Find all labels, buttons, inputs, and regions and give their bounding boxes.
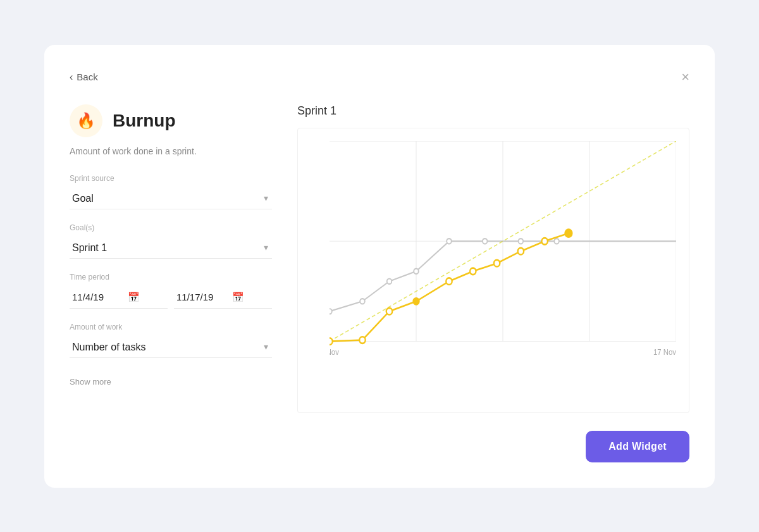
- burnup-chart: 0 10 20: [330, 141, 676, 381]
- svg-point-14: [447, 238, 452, 244]
- widget-title: Burnup: [113, 111, 176, 131]
- widget-title-row: 🔥 Burnup: [70, 104, 272, 137]
- date-range: 📅 📅: [70, 287, 272, 309]
- svg-point-10: [330, 308, 332, 313]
- goals-select-wrapper: Sprint 1 Sprint 2 Sprint 3 ▾: [70, 237, 272, 259]
- svg-point-27: [541, 238, 547, 245]
- sprint-source-select-wrapper: Goal Sprint Tag ▾: [70, 188, 272, 209]
- show-more-button[interactable]: Show more: [70, 377, 111, 387]
- sprint-source-group: Sprint source Goal Sprint Tag ▾: [70, 174, 272, 209]
- modal-header: ‹ Back ×: [70, 70, 689, 84]
- svg-point-11: [360, 299, 365, 304]
- modal-body: 🔥 Burnup Amount of work done in a sprint…: [70, 104, 689, 413]
- back-chevron-icon: ‹: [70, 71, 73, 83]
- back-button[interactable]: ‹ Back: [70, 71, 98, 83]
- amount-of-work-select[interactable]: Number of tasks Story points Time estima…: [70, 337, 272, 357]
- amount-of-work-label: Amount of work: [70, 323, 272, 331]
- calendar-end-icon[interactable]: 📅: [232, 292, 244, 303]
- svg-point-28: [565, 229, 572, 237]
- svg-text:17 Nov: 17 Nov: [653, 347, 676, 357]
- calendar-start-icon[interactable]: 📅: [128, 292, 140, 303]
- svg-point-20: [359, 337, 365, 343]
- svg-point-23: [446, 278, 452, 285]
- svg-point-26: [518, 247, 524, 254]
- sprint-source-select[interactable]: Goal Sprint Tag: [70, 188, 272, 209]
- svg-text:4 Nov: 4 Nov: [330, 347, 339, 357]
- goals-group: Goal(s) Sprint 1 Sprint 2 Sprint 3 ▾: [70, 223, 272, 259]
- time-period-group: Time period 📅 📅: [70, 273, 272, 309]
- svg-point-24: [470, 268, 476, 275]
- widget-description: Amount of work done in a sprint.: [70, 146, 272, 156]
- sprint-source-label: Sprint source: [70, 174, 272, 183]
- date-end-wrapper: 📅: [174, 287, 272, 309]
- svg-point-19: [330, 338, 333, 345]
- svg-point-16: [519, 238, 524, 244]
- left-panel: 🔥 Burnup Amount of work done in a sprint…: [70, 104, 272, 413]
- chart-title: Sprint 1: [297, 104, 689, 118]
- chart-container: 0 10 20: [297, 128, 689, 413]
- goals-select[interactable]: Sprint 1 Sprint 2 Sprint 3: [70, 237, 272, 258]
- time-period-label: Time period: [70, 273, 272, 281]
- date-start-input[interactable]: [72, 292, 123, 302]
- modal-container: ‹ Back × 🔥 Burnup Amount of work done in…: [44, 45, 715, 488]
- modal-footer: Add Widget: [70, 431, 689, 462]
- svg-point-21: [386, 307, 392, 314]
- svg-point-15: [483, 238, 488, 244]
- right-panel: Sprint 1 0 10 20: [297, 104, 689, 413]
- svg-point-17: [554, 238, 559, 244]
- goals-label: Goal(s): [70, 223, 272, 232]
- close-button[interactable]: ×: [681, 70, 689, 84]
- amount-of-work-select-wrapper: Number of tasks Story points Time estima…: [70, 337, 272, 358]
- svg-point-13: [414, 268, 419, 273]
- back-label: Back: [77, 71, 97, 82]
- date-start-wrapper: 📅: [70, 287, 168, 309]
- svg-point-12: [387, 278, 392, 283]
- close-icon: ×: [681, 69, 689, 85]
- add-widget-button[interactable]: Add Widget: [586, 431, 689, 462]
- widget-icon: 🔥: [70, 104, 102, 137]
- amount-of-work-group: Amount of work Number of tasks Story poi…: [70, 323, 272, 358]
- date-end-input[interactable]: [176, 292, 227, 302]
- svg-point-22: [413, 298, 419, 305]
- svg-point-25: [494, 259, 500, 266]
- flame-icon: 🔥: [77, 112, 96, 130]
